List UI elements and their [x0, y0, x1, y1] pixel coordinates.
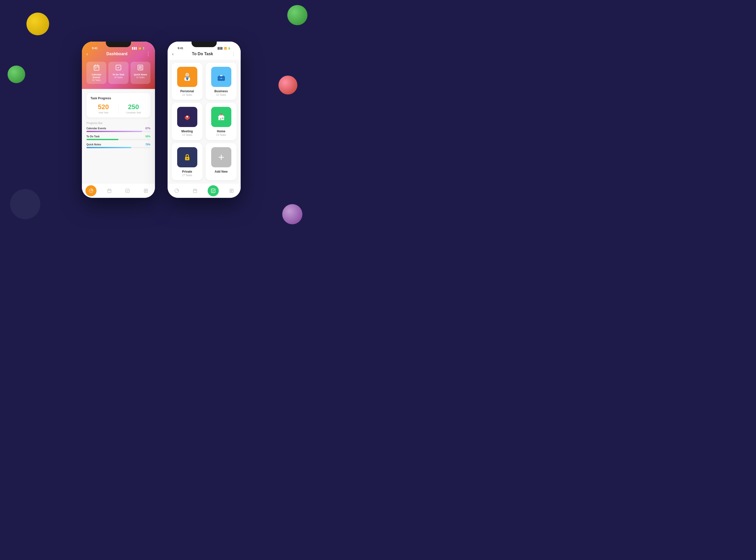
add-new-icon-wrapper	[211, 147, 231, 167]
card-private[interactable]: Private 17 Tasks	[171, 143, 203, 180]
svg-marker-50	[220, 114, 223, 115]
battery-icon-right: 🔋	[228, 47, 230, 49]
pink-ball	[279, 76, 298, 95]
svg-point-41	[186, 119, 188, 120]
card-meeting[interactable]: Meeting 13 Tasks	[171, 103, 203, 140]
more-button-right[interactable]: ⋮	[231, 51, 236, 57]
wifi-icon-left: 📶	[138, 47, 141, 49]
total-task-number: 520	[90, 103, 117, 111]
green-left-ball	[7, 65, 25, 83]
business-title: Business	[214, 89, 228, 93]
svg-marker-49	[220, 115, 223, 116]
left-phone: 9:41 ▋▋▋ 📶 🔋 ‹ Dashboard ⋮	[82, 42, 155, 198]
status-time-right: 9:41	[178, 47, 183, 49]
back-button-right[interactable]: ‹	[172, 52, 173, 57]
svg-point-25	[186, 73, 188, 76]
progress-todo-track	[86, 139, 150, 140]
card-business[interactable]: Business 10 Tasks	[206, 63, 237, 100]
nav-check-button[interactable]	[122, 185, 133, 196]
status-icons-left: ▋▋▋ 📶 🔋	[132, 47, 145, 49]
add-new-title: Add New	[215, 170, 228, 174]
total-task-stat: 520 Total Task	[90, 103, 117, 114]
progress-todo-header: To Do Task 50%	[86, 135, 150, 138]
svg-rect-4	[95, 68, 96, 69]
notch-right	[191, 42, 217, 47]
card-todo[interactable]: To Do Task 30 Tasks	[108, 62, 128, 84]
svg-rect-35	[221, 78, 222, 79]
svg-rect-0	[94, 65, 99, 70]
home-icon-wrapper	[211, 107, 231, 127]
personal-icon-wrapper	[177, 67, 197, 87]
home-count: 19 Tasks	[216, 134, 226, 136]
svg-rect-57	[187, 159, 187, 159]
wifi-icon-right: 📶	[224, 47, 227, 49]
progress-calendar-pct: 87%	[145, 127, 150, 130]
card-notes[interactable]: Quick Notes 20 Tasks	[130, 62, 150, 84]
dashboard-body: Task Progress 520 Total Task 250 Complet…	[82, 89, 155, 183]
bottom-nav-left	[82, 183, 155, 198]
nav-r-check-button[interactable]	[208, 185, 219, 196]
private-count: 17 Tasks	[182, 174, 192, 177]
dashboard-nav: ‹ Dashboard ⋮	[86, 51, 150, 57]
progress-calendar-fill	[86, 131, 142, 132]
svg-rect-66	[211, 189, 215, 193]
more-button-left[interactable]: ⋮	[146, 51, 150, 57]
progress-calendar-label: Calendar Events	[86, 127, 106, 130]
progress-notes-pct: 70%	[145, 143, 150, 146]
bottom-nav-right	[168, 183, 241, 198]
task-progress-card: Task Progress 520 Total Task 250 Complet…	[86, 93, 150, 117]
card-calendar-count: 50 Tasks	[88, 79, 105, 81]
private-title: Private	[182, 170, 192, 174]
meeting-count: 13 Tasks	[182, 134, 192, 136]
dashboard-header: 9:41 ▋▋▋ 📶 🔋 ‹ Dashboard ⋮	[82, 42, 155, 89]
private-icon-wrapper	[177, 147, 197, 167]
complete-task-number: 250	[121, 103, 147, 111]
card-todo-count: 30 Tasks	[110, 76, 127, 79]
business-icon-wrapper	[211, 67, 231, 87]
progress-calendar: Calendar Events 87%	[86, 127, 150, 132]
status-icons-right: ▋▋▋ 📶 🔋	[218, 47, 230, 49]
progress-todo-label: To Do Task	[86, 135, 100, 138]
shape-left-ball	[10, 189, 40, 219]
personal-title: Persional	[180, 89, 194, 93]
svg-rect-18	[126, 189, 129, 193]
card-notes-count: 20 Tasks	[132, 76, 149, 79]
yellow-ball	[26, 13, 49, 35]
card-calendar[interactable]: Calendar Events 50 Tasks	[86, 62, 106, 84]
dashboard-cards: Calendar Events 50 Tasks To Do Task 30 T…	[86, 62, 150, 84]
nav-r-calendar-button[interactable]	[189, 185, 201, 196]
right-header-nav: ‹ To Do Task ⋮	[172, 51, 236, 57]
card-add-new[interactable]: Add New	[206, 143, 237, 180]
card-notes-label: Quick Notes	[132, 73, 149, 76]
progress-notes: Quick Notes 70%	[86, 143, 150, 148]
svg-rect-28	[186, 77, 187, 78]
dashboard-title: Dashboard	[106, 52, 127, 56]
total-task-label: Total Task	[90, 112, 117, 114]
purple-ball	[282, 204, 302, 224]
nav-dashboard-button[interactable]	[85, 185, 97, 196]
nav-r-notes-button[interactable]	[226, 185, 237, 196]
nav-r-dashboard-button[interactable]	[171, 185, 182, 196]
progress-notes-label: Quick Notes	[86, 143, 101, 146]
progress-calendar-header: Calendar Events 87%	[86, 127, 150, 130]
card-todo-label: To Do Task	[110, 73, 127, 76]
right-phone-content: 9:41 ▋▋▋ 📶 🔋 ‹ To Do Task ⋮	[168, 42, 241, 198]
svg-rect-14	[108, 189, 111, 193]
card-personal[interactable]: Persional 12 Tasks	[171, 63, 203, 100]
notes-icon	[132, 64, 149, 72]
card-home[interactable]: Home 19 Tasks	[206, 103, 237, 140]
progress-calendar-track	[86, 131, 150, 132]
back-button-left[interactable]: ‹	[86, 52, 88, 57]
svg-rect-45	[220, 118, 221, 120]
status-time-left: 9:41	[92, 47, 98, 49]
progress-notes-track	[86, 147, 150, 148]
nav-notes-button[interactable]	[140, 185, 151, 196]
complete-task-stat: 250 Complete Task	[121, 103, 147, 114]
nav-calendar-button[interactable]	[104, 185, 115, 196]
todo-title: To Do Task	[192, 52, 213, 56]
personal-count: 12 Tasks	[182, 94, 192, 96]
signal-icon-left: ▋▋▋	[132, 47, 137, 49]
svg-rect-62	[193, 189, 197, 193]
todo-grid: Persional 12 Tasks	[168, 60, 241, 183]
business-count: 10 Tasks	[216, 94, 226, 96]
